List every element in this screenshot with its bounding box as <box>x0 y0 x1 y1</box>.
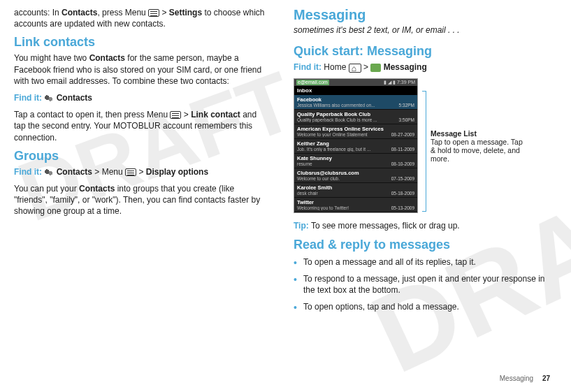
message-preview: Quality paperback Book Club is more ... <box>297 117 396 122</box>
message-preview: Jessica Williams also commented on... <box>297 103 396 108</box>
message-sender: Keither Zang <box>297 140 389 147</box>
message-date: 08-10-2009 <box>391 161 414 166</box>
menu-icon <box>125 168 136 176</box>
messaging-icon <box>370 64 381 72</box>
text: , press Menu <box>97 8 148 17</box>
find-it-label: Find it: <box>14 167 42 177</box>
text: You can put your <box>14 184 79 194</box>
status-bar: e@email.com ▮ ◢ ▮ 7:39 PM <box>294 79 417 86</box>
message-date: 08-27-2009 <box>391 132 414 137</box>
text: > <box>181 110 191 119</box>
message-sender: Facebook <box>297 96 396 103</box>
message-preview: desk chair <box>297 191 389 196</box>
phone-screenshot: e@email.com ▮ ◢ ▮ 7:39 PM Inbox Facebook… <box>294 78 418 213</box>
find-it-label: Find it: <box>14 93 42 103</box>
bullet-item: To open options, tap and hold a message. <box>294 301 550 312</box>
groups-p1: You can put your Contacts into groups th… <box>14 183 266 217</box>
message-row[interactable]: FacebookJessica Williams also commented … <box>294 95 417 110</box>
message-sender: Quality Paperback Book Club <box>297 111 396 117</box>
find-it-messaging: Find it: Home > Messaging <box>294 61 550 73</box>
message-preview: Welcome to your Online Statement <box>297 132 389 137</box>
text: > Menu <box>92 167 125 177</box>
callout: Message List Tap to open a message. Tap … <box>431 129 528 163</box>
text: Home <box>321 62 349 72</box>
message-date: 05-13-2009 <box>391 205 414 210</box>
link-contact-bold: Link contact <box>191 110 240 119</box>
message-row[interactable]: Keither ZangJob. It's only a freelance g… <box>294 139 417 154</box>
message-date: 5:32PM <box>399 103 414 108</box>
text: > <box>361 62 371 72</box>
message-row[interactable]: Karolee Smithdesk chair05-18-2009 <box>294 183 417 198</box>
accounts-paragraph: accounts: In Contacts, press Menu > Sett… <box>14 7 266 29</box>
menu-icon <box>148 9 159 17</box>
message-list: FacebookJessica Williams also commented … <box>294 95 417 212</box>
right-column: Messaging sometimes it's best 2 text, or… <box>294 7 550 378</box>
text: Tap a contact to open it, then press Men… <box>14 110 170 119</box>
contacts-label: Contacts <box>57 93 92 103</box>
message-row[interactable]: Clubsrus@clubsrus.comWelcome to our club… <box>294 168 417 183</box>
read-reply-heading: Read & reply to messages <box>294 238 550 252</box>
message-preview: Job. It's only a freelance gig, but it .… <box>297 147 389 152</box>
menu-icon <box>170 111 181 119</box>
callout-bracket <box>422 91 426 212</box>
tip-text: To see more messages, flick or drag up. <box>309 221 460 231</box>
message-preview: Welcoming you to Twitter! <box>297 205 389 210</box>
display-options-bold: Display options <box>146 167 208 177</box>
status-email: e@email.com <box>296 80 329 85</box>
message-row[interactable]: TwitterWelcoming you to Twitter!05-13-20… <box>294 198 417 212</box>
status-icons: ▮ ◢ ▮ 7:39 PM <box>384 80 415 85</box>
find-it-contacts: Find it: Contacts <box>14 92 266 103</box>
link-contacts-heading: Link contacts <box>14 35 266 50</box>
link-p1: You might have two Contacts for the same… <box>14 52 266 87</box>
messaging-subtitle: sometimes it's best 2 text, or IM, or em… <box>294 24 550 36</box>
message-sender: Kate Shunney <box>297 155 389 161</box>
callout-title: Message List <box>431 129 528 138</box>
message-date: 3:50PM <box>399 117 414 122</box>
left-column: accounts: In Contacts, press Menu > Sett… <box>14 7 266 378</box>
message-preview: resume <box>297 161 389 166</box>
message-date: 05-18-2009 <box>391 191 414 196</box>
contacts-bold: Contacts <box>79 184 115 194</box>
message-preview: Welcome to our club. <box>297 176 389 181</box>
bullet-item: To open a message and all of its replies… <box>294 256 550 268</box>
message-row[interactable]: Quality Paperback Book ClubQuality paper… <box>294 110 417 124</box>
link-p2: Tap a contact to open it, then press Men… <box>14 109 266 143</box>
find-it-groups: Find it: Contacts > Menu > Display optio… <box>14 166 266 177</box>
bullet-list: To open a message and all of its replies… <box>294 256 550 313</box>
message-sender: American Express Online Services <box>297 126 389 132</box>
settings-bold: Settings <box>169 8 202 17</box>
tip-label: Tip: <box>294 221 309 231</box>
message-sender: Karolee Smith <box>297 184 389 191</box>
message-row[interactable]: American Express Online ServicesWelcome … <box>294 124 417 139</box>
message-row[interactable]: Kate Shunneyresume08-10-2009 <box>294 154 417 168</box>
message-sender: Clubsrus@clubsrus.com <box>297 170 389 176</box>
inbox-header: Inbox <box>294 86 417 95</box>
text: You might have two <box>14 53 89 63</box>
text: > <box>136 167 146 177</box>
contacts-bold: Contacts <box>62 8 97 17</box>
groups-heading: Groups <box>14 149 266 164</box>
contacts-bold: Contacts <box>89 53 125 63</box>
callout-text: Tap to open a message. Tap & hold to mov… <box>431 138 528 163</box>
home-icon <box>349 64 361 73</box>
tip-paragraph: Tip: To see more messages, flick or drag… <box>294 220 550 231</box>
text: accounts: In <box>14 8 62 17</box>
message-date: 08-11-2009 <box>391 147 414 152</box>
message-sender: Twitter <box>297 199 389 205</box>
find-it-label: Find it: <box>294 62 321 72</box>
contacts-icon <box>44 94 54 103</box>
messaging-heading: Messaging <box>294 7 550 23</box>
text: > <box>159 8 169 17</box>
messaging-label: Messaging <box>384 62 427 72</box>
contacts-label: Contacts <box>57 167 92 177</box>
status-time: 7:39 PM <box>397 80 415 85</box>
message-date: 07-15-2009 <box>391 176 414 181</box>
bullet-item: To respond to a message, just open it an… <box>294 273 550 296</box>
contacts-icon <box>44 168 54 177</box>
quick-start-heading: Quick start: Messaging <box>294 44 550 59</box>
